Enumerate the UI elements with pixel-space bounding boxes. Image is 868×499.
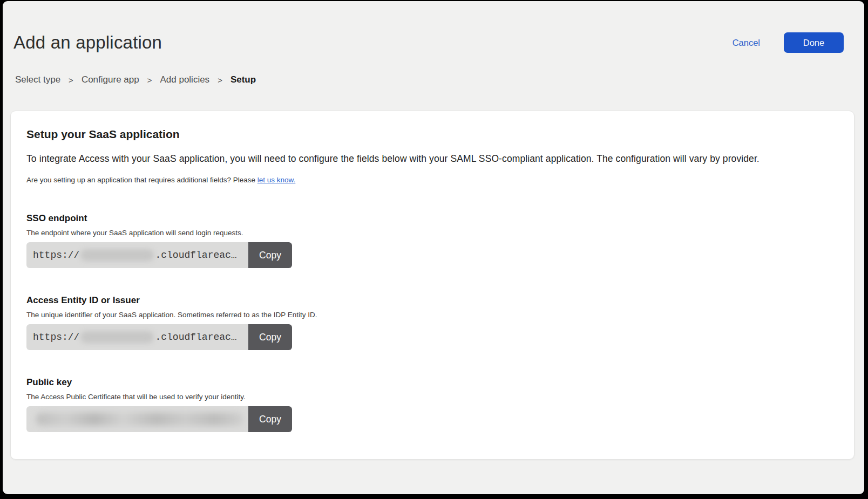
card-intro-text: To integrate Access with your SaaS appli… <box>26 153 838 165</box>
field-section-access-entity-id: Access Entity ID or Issuer The unique id… <box>26 295 838 350</box>
field-value-row: https:// .cloudflareac… Copy <box>26 242 292 268</box>
value-suffix: .cloudflareac… <box>155 250 236 261</box>
copy-sso-endpoint-button[interactable]: Copy <box>248 242 292 268</box>
breadcrumb-separator: > <box>147 76 152 85</box>
breadcrumb-separator: > <box>69 76 73 85</box>
value-prefix: https:// <box>33 250 79 261</box>
field-label: SSO endpoint <box>26 213 838 224</box>
header-actions: Cancel Done <box>733 32 844 53</box>
field-description: The unique identifier of your SaaS appli… <box>26 311 838 319</box>
breadcrumb-separator: > <box>218 76 222 85</box>
field-label: Public key <box>26 377 838 388</box>
field-value-row: Copy <box>26 406 292 432</box>
field-description: The Access Public Certificate that will … <box>26 393 838 401</box>
access-entity-id-value: https:// .cloudflareac… <box>26 324 248 350</box>
setup-card: Setup your SaaS application To integrate… <box>10 111 855 460</box>
card-note: Are you setting up an application that r… <box>26 176 838 184</box>
let-us-know-link[interactable]: let us know. <box>257 176 296 184</box>
field-section-public-key: Public key The Access Public Certificate… <box>26 377 838 432</box>
breadcrumb-step-add-policies[interactable]: Add policies <box>160 74 209 85</box>
public-key-value <box>26 406 248 432</box>
copy-access-entity-id-button[interactable]: Copy <box>248 324 292 350</box>
page-title: Add an application <box>13 32 733 53</box>
copy-public-key-button[interactable]: Copy <box>248 406 292 432</box>
breadcrumb-step-configure-app[interactable]: Configure app <box>82 74 139 85</box>
done-button[interactable]: Done <box>784 32 844 53</box>
app-window: Add an application Cancel Done Select ty… <box>3 1 864 494</box>
field-section-sso-endpoint: SSO endpoint The endpoint where your Saa… <box>26 213 838 268</box>
redacted-value-blur <box>36 413 243 426</box>
cancel-button[interactable]: Cancel <box>733 38 760 48</box>
breadcrumb-step-setup-current: Setup <box>230 74 256 85</box>
breadcrumb: Select type > Configure app > Add polici… <box>15 74 864 85</box>
value-prefix: https:// <box>33 332 79 343</box>
field-value-row: https:// .cloudflareac… Copy <box>26 324 292 350</box>
breadcrumb-step-select-type[interactable]: Select type <box>15 74 60 85</box>
card-note-text: Are you setting up an application that r… <box>26 176 257 184</box>
card-heading: Setup your SaaS application <box>26 128 838 141</box>
page-header: Add an application Cancel Done <box>3 32 864 53</box>
redacted-value-blur <box>80 249 154 261</box>
field-label: Access Entity ID or Issuer <box>26 295 838 306</box>
field-description: The endpoint where your SaaS application… <box>26 229 838 237</box>
redacted-value-blur <box>80 331 154 343</box>
sso-endpoint-value: https:// .cloudflareac… <box>26 242 248 268</box>
value-suffix: .cloudflareac… <box>155 332 236 343</box>
